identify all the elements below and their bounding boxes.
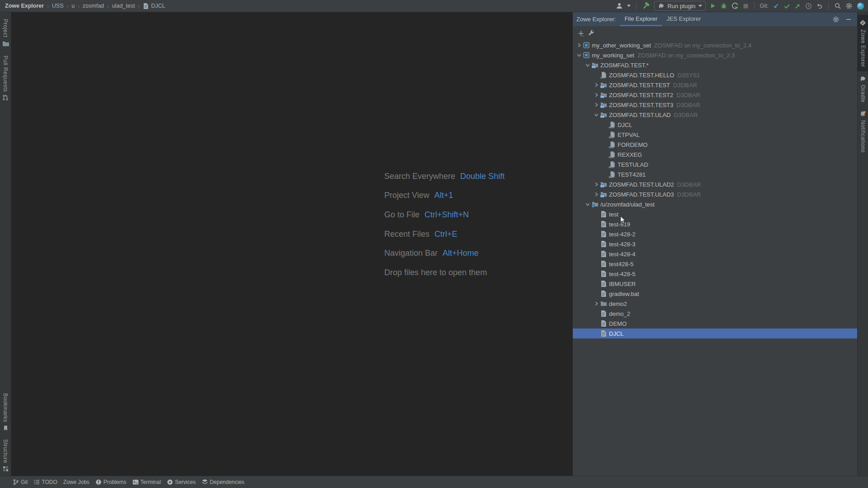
breadcrumb-item[interactable]: Zowe Explorer <box>5 3 44 9</box>
statusbar-item-label: Zowe Jobs <box>63 479 90 485</box>
tree-row-zosmfad-test-[interactable]: DSZOSMFAD.TEST.* <box>573 60 857 70</box>
tab-file-explorer[interactable]: File Explorer <box>620 12 662 26</box>
tool-window-options-button[interactable] <box>832 16 840 23</box>
chevron-down-icon[interactable] <box>575 53 583 57</box>
user-dropdown-caret[interactable] <box>627 5 631 7</box>
stripe-button-zowe-explorer[interactable]: ZZowe Explorer <box>858 15 868 71</box>
git-update-button[interactable] <box>773 3 779 9</box>
tree-item-suffix: ZOSMFAD on my_connection_to_2.4 <box>654 42 751 49</box>
stripe-button-project[interactable]: Project <box>0 15 11 52</box>
tree-row-test-819[interactable]: test-819 <box>573 219 857 229</box>
chevron-down-icon[interactable] <box>584 202 591 206</box>
statusbar-item-todo[interactable]: TODO <box>33 479 57 485</box>
tree-row-demo2[interactable]: demo2 <box>573 299 857 309</box>
tree-row-test4281[interactable]: MEMTEST4281 <box>573 169 857 179</box>
tree-row-test-428-4[interactable]: test-428-4 <box>573 249 857 259</box>
rollback-button[interactable] <box>816 3 823 9</box>
run-configuration-combo[interactable]: Run plugin <box>654 1 705 11</box>
tree-row-gradlew-bat[interactable]: gradlew.bat <box>573 289 857 299</box>
chevron-right-icon[interactable] <box>592 182 600 187</box>
breadcrumb-item[interactable]: DJCL <box>151 3 165 9</box>
tree-row-test-428-5[interactable]: test-428-5 <box>573 269 857 279</box>
search-everywhere-button[interactable] <box>834 2 841 9</box>
tree-row-test-428-3[interactable]: test-428-3 <box>573 239 857 249</box>
statusbar-item-problems[interactable]: Problems <box>95 479 127 485</box>
tree-row-fordemo[interactable]: MEMFORDEMO <box>573 140 857 150</box>
tree-row-demo-2[interactable]: demo_2 <box>573 309 857 319</box>
breadcrumb-file-icon <box>143 3 149 9</box>
tree-row-my-other-working-set[interactable]: my_other_working_setZOSMFAD on my_connec… <box>573 40 857 50</box>
tree-row-zosmfad-test-hello[interactable]: DSZOSMFAD.TEST.HELLOD3SYS1 <box>573 70 857 80</box>
tree-row-djcl[interactable]: DJCL <box>573 328 857 338</box>
breadcrumb-item[interactable]: u <box>71 3 75 9</box>
chevron-down-icon[interactable] <box>592 113 600 117</box>
stripe-button-structure[interactable]: Structure <box>0 435 11 476</box>
build-icon[interactable] <box>642 2 650 10</box>
breadcrumb-item[interactable]: USS <box>52 3 64 9</box>
chevron-right-icon[interactable] <box>592 83 600 87</box>
svg-text:MEM: MEM <box>609 127 614 129</box>
tree-row-zosmfad-test-test2[interactable]: DSZOSMFAD.TEST.TEST2D3DBAR <box>573 90 857 100</box>
settings-wrench-button[interactable] <box>588 30 595 37</box>
uss-file-icon <box>600 310 607 317</box>
breadcrumb-item[interactable]: ulad_test <box>112 3 135 9</box>
svg-text:MEM: MEM <box>609 136 614 139</box>
stripe-button-label: Project <box>2 19 9 38</box>
tree-row--u-zosmfad-ulad-test[interactable]: /u/zosmfad/ulad_test <box>573 199 857 209</box>
uss-file-icon <box>600 211 607 218</box>
breadcrumb-item[interactable]: zosmfad <box>83 3 104 9</box>
tree-row-zosmfad-test-test[interactable]: DSZOSMFAD.TEST.TESTD3DBAR <box>573 80 857 90</box>
svg-text:DS: DS <box>600 85 604 88</box>
add-button[interactable] <box>577 30 585 37</box>
statusbar-item-zowe-jobs[interactable]: Zowe Jobs <box>63 479 90 485</box>
run-with-coverage-button[interactable] <box>731 2 739 9</box>
shortcut-hint: Navigation BarAlt+Home <box>384 244 505 263</box>
tree-row-my-working-set[interactable]: my_working_setZOSMFAD on my_connection_t… <box>573 50 857 60</box>
tree-row-zosmfad-test-test3[interactable]: DSZOSMFAD.TEST.TEST3D3DBAR <box>573 100 857 110</box>
stripe-button-notifications[interactable]: Notifications <box>858 107 868 157</box>
debug-button[interactable] <box>720 2 727 9</box>
chevron-right-icon[interactable] <box>592 192 600 197</box>
git-push-button[interactable] <box>794 3 801 9</box>
tree-row-ibmuser[interactable]: IBMUSER <box>573 279 857 289</box>
settings-button[interactable] <box>845 2 853 9</box>
code-with-me-icon[interactable] <box>857 2 864 10</box>
terminal-icon <box>132 479 139 485</box>
tree-row-test[interactable]: test <box>573 209 857 219</box>
chevron-right-icon[interactable] <box>575 43 583 47</box>
stripe-button-bookmarks[interactable]: Bookmarks <box>0 389 11 435</box>
chevron-right-icon[interactable] <box>592 103 600 107</box>
user-icon[interactable] <box>616 2 623 9</box>
tree-row-djcl[interactable]: MEMDJCL <box>573 120 857 130</box>
tree-item-label: ZOSMFAD.TEST.HELLO <box>609 72 674 79</box>
hint-shortcut: Double Shift <box>460 172 505 181</box>
chevron-right-icon[interactable] <box>592 93 600 97</box>
stop-button[interactable] <box>743 3 749 9</box>
chevron-down-icon[interactable] <box>584 63 591 67</box>
working-set-icon <box>583 42 590 49</box>
statusbar-item-terminal[interactable]: Terminal <box>132 479 161 485</box>
tree-item-label: DEMO <box>609 320 627 327</box>
tree-row-testulad[interactable]: MEMTESTULAD <box>573 160 857 169</box>
chevron-right-icon[interactable] <box>592 301 600 306</box>
statusbar-item-git[interactable]: Git <box>13 479 28 485</box>
tree-row-zosmfad-test-ulad[interactable]: DSZOSMFAD.TEST.ULADD3DBAR <box>573 110 857 120</box>
tree-row-zosmfad-test-ulad3[interactable]: DSZOSMFAD.TEST.ULAD3D3DBAR <box>573 189 857 199</box>
stripe-button-gradle[interactable]: Gradle <box>858 71 868 107</box>
run-button[interactable] <box>710 3 716 9</box>
statusbar-item-dependencies[interactable]: Dependencies <box>202 479 245 485</box>
hide-tool-window-button[interactable] <box>845 16 852 23</box>
history-icon[interactable] <box>805 3 812 9</box>
tree-row-etpval[interactable]: MEMETPVAL <box>573 130 857 140</box>
tab-jes-explorer[interactable]: JES Explorer <box>662 12 705 26</box>
tree-row-rexxeg[interactable]: MEMREXXEG <box>573 150 857 160</box>
tree-row-demo[interactable]: DEMO <box>573 319 857 328</box>
tree-row-zosmfad-test-ulad2[interactable]: DSZOSMFAD.TEST.ULAD2D3DBAR <box>573 179 857 189</box>
statusbar-item-services[interactable]: Services <box>167 479 196 485</box>
stripe-button-label: Structure <box>2 439 9 463</box>
tree-row-test428-5[interactable]: test428-5 <box>573 259 857 269</box>
git-commit-button[interactable] <box>783 3 790 9</box>
tree-row-test-428-2[interactable]: test-428-2 <box>573 229 857 239</box>
tree-item-label: TEST4281 <box>618 171 646 178</box>
stripe-button-pull-requests[interactable]: Pull Requests <box>0 52 11 105</box>
